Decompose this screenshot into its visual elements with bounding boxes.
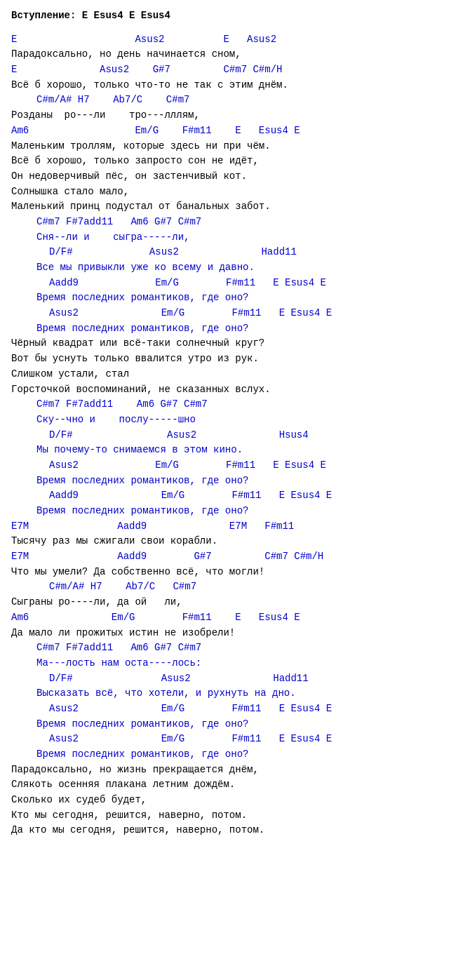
line: Время последних романтиков, где оно?	[11, 474, 452, 489]
line: Время последних романтиков, где оно?	[11, 717, 452, 732]
line: Мы почему-то снимаемся в этом кино.	[11, 443, 452, 458]
line: Чёрный квадрат или всё-таки солнечный кр…	[11, 336, 452, 351]
section-chorus3: C#m7 F#7add11 Am6 G#7 C#m7Ма---лость нам…	[11, 640, 452, 763]
line: D/F# Asus2 Hsus4	[11, 428, 452, 443]
line: Время последних романтиков, где оно?	[11, 321, 452, 337]
line: Aadd9 Em/G F#m11 E Esus4 E	[11, 488, 452, 504]
line: Тысячу раз мы сжигали свои корабли.	[11, 534, 452, 549]
line: C#m/A# H7 Ab7/C C#m7	[11, 93, 452, 108]
line: Высказать всё, что хотели, и рухнуть на …	[11, 686, 452, 702]
song-content: E Asus2 E Asus2Парадоксально, но день на…	[11, 32, 452, 838]
line: C#m7 F#7add11 Am6 G#7 C#m7	[11, 397, 452, 412]
line: D/F# Asus2 Hadd11	[11, 671, 452, 687]
line: Am6 Em/G F#m11 E Esus4 E	[11, 610, 452, 626]
line: Горсточкой воспоминаний, не сказанных вс…	[11, 382, 452, 398]
line: Сколько их судеб будет,	[11, 793, 452, 808]
section-chorus1: C#m7 F#7add11 Am6 G#7 C#m7Сня--ли и сыгр…	[11, 215, 452, 337]
line: Слякоть осенняя плакана летним дождём.	[11, 777, 452, 793]
line: E Asus2 G#7 C#m7 C#m/H	[11, 62, 452, 78]
line: Ску--чно и послу-----шно	[11, 412, 452, 428]
line: Слишком устали, стал	[11, 367, 452, 382]
line: Asus2 Em/G F#m11 E Esus4 E	[11, 306, 452, 321]
line: Am6 Em/G F#m11 E Esus4 E	[11, 123, 452, 139]
section-verse3: Чёрный квадрат или всё-таки солнечный кр…	[11, 336, 452, 397]
line: Розданы ро---ли тро---лллям,	[11, 108, 452, 123]
line: Всё б хорошо, только что-то не так с эти…	[11, 78, 452, 93]
line: E7M Aadd9 E7M F#m11	[11, 519, 452, 535]
line: Солнышка стало мало,	[11, 184, 452, 200]
line: Время последних романтиков, где оно?	[11, 504, 452, 519]
line: Парадоксально, но жизнь прекращается днё…	[11, 763, 452, 778]
line: C#m7 F#7add11 Am6 G#7 C#m7	[11, 640, 452, 656]
line: Кто мы сегодня, решится, наверно, потом.	[11, 808, 452, 824]
song-page: Вступление: E Esus4 E Esus4 E Asus2 E As…	[11, 8, 452, 838]
line: Время последних романтиков, где оно?	[11, 290, 452, 306]
line: C#m7 F#7add11 Am6 G#7 C#m7	[11, 215, 452, 230]
line: Что мы умели? Да собственно всё, что мог…	[11, 565, 452, 580]
line: Asus2 Em/G F#m11 E Esus4 E	[11, 458, 452, 474]
line: Да мало ли прожитых истин не изобрели!	[11, 626, 452, 641]
line: Вот бы уснуть только ввалится утро из ру…	[11, 351, 452, 367]
line: E7M Aadd9 G#7 C#m7 C#m/H	[11, 549, 452, 565]
line: Да кто мы сегодня, решится, наверно, пот…	[11, 823, 452, 838]
line: Сыграны ро----ли, да ой ли,	[11, 595, 452, 610]
line: Все мы привыкли уже ко всему и давно.	[11, 260, 452, 276]
line: E Asus2 E Asus2	[11, 32, 452, 48]
section-verse4: E7M Aadd9 E7M F#m11Тысячу раз мы сжигали…	[11, 519, 452, 641]
line: D/F# Asus2 Hadd11	[11, 245, 452, 260]
line: Ма---лость нам оста----лось:	[11, 656, 452, 671]
section-verse2: Всё б хорошо, только запросто сон не идё…	[11, 154, 452, 215]
line: Парадоксально, но день начинается сном,	[11, 47, 452, 62]
line: Asus2 Em/G F#m11 E Esus4 E	[11, 702, 452, 717]
line: Asus2 Em/G F#m11 E Esus4 E	[11, 732, 452, 747]
intro-line: Вступление: E Esus4 E Esus4	[11, 8, 452, 24]
section-outro: Парадоксально, но жизнь прекращается днё…	[11, 763, 452, 838]
line: Маленьким троллям, которые здесь ни при …	[11, 139, 452, 154]
line: Сня--ли и сыгра-----ли,	[11, 230, 452, 246]
line: Aadd9 Em/G F#m11 E Esus4 E	[11, 276, 452, 291]
line: Всё б хорошо, только запросто сон не идё…	[11, 154, 452, 169]
line: Маленький принц подустал от банальных за…	[11, 199, 452, 215]
section-verse1: E Asus2 E Asus2Парадоксально, но день на…	[11, 32, 452, 154]
line: C#m/A# H7 Ab7/C C#m7	[11, 579, 452, 595]
line: Время последних романтиков, где оно?	[11, 747, 452, 763]
section-chorus2: C#m7 F#7add11 Am6 G#7 C#m7Ску--чно и пос…	[11, 397, 452, 519]
line: Он недоверчивый пёс, он застенчивый кот.	[11, 169, 452, 184]
